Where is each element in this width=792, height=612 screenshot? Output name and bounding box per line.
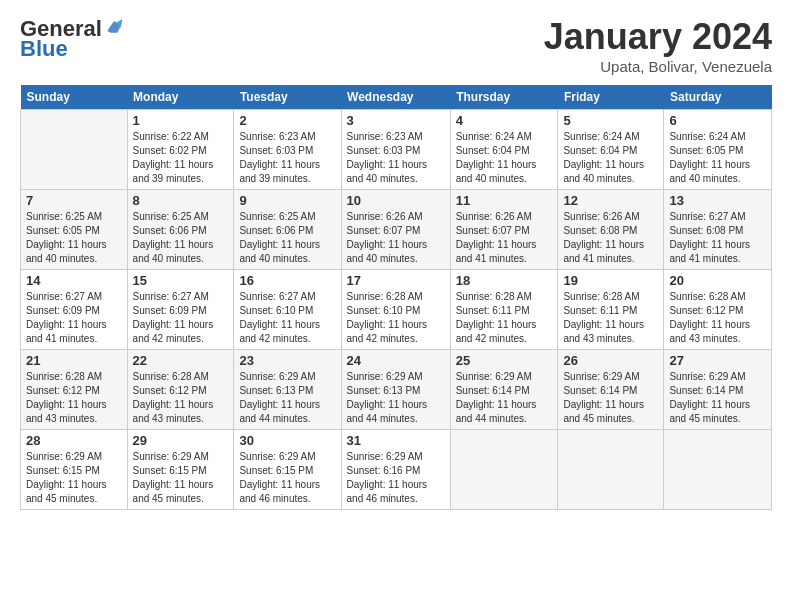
logo-blue-text: Blue xyxy=(20,36,68,62)
day-detail: Sunrise: 6:26 AMSunset: 6:07 PMDaylight:… xyxy=(456,210,553,266)
header: General Blue January 2024 Upata, Bolivar… xyxy=(20,16,772,75)
day-number: 1 xyxy=(133,113,229,128)
day-number: 12 xyxy=(563,193,658,208)
day-detail: Sunrise: 6:27 AMSunset: 6:09 PMDaylight:… xyxy=(26,290,122,346)
header-cell-monday: Monday xyxy=(127,85,234,110)
day-detail: Sunrise: 6:27 AMSunset: 6:10 PMDaylight:… xyxy=(239,290,335,346)
day-detail: Sunrise: 6:26 AMSunset: 6:07 PMDaylight:… xyxy=(347,210,445,266)
day-detail: Sunrise: 6:28 AMSunset: 6:11 PMDaylight:… xyxy=(456,290,553,346)
day-cell xyxy=(450,430,558,510)
day-cell xyxy=(664,430,772,510)
day-cell: 20Sunrise: 6:28 AMSunset: 6:12 PMDayligh… xyxy=(664,270,772,350)
day-detail: Sunrise: 6:27 AMSunset: 6:08 PMDaylight:… xyxy=(669,210,766,266)
day-number: 6 xyxy=(669,113,766,128)
day-detail: Sunrise: 6:28 AMSunset: 6:12 PMDaylight:… xyxy=(133,370,229,426)
day-cell: 13Sunrise: 6:27 AMSunset: 6:08 PMDayligh… xyxy=(664,190,772,270)
day-cell: 30Sunrise: 6:29 AMSunset: 6:15 PMDayligh… xyxy=(234,430,341,510)
day-number: 8 xyxy=(133,193,229,208)
day-detail: Sunrise: 6:24 AMSunset: 6:04 PMDaylight:… xyxy=(563,130,658,186)
day-number: 21 xyxy=(26,353,122,368)
day-number: 13 xyxy=(669,193,766,208)
day-cell: 2Sunrise: 6:23 AMSunset: 6:03 PMDaylight… xyxy=(234,110,341,190)
day-detail: Sunrise: 6:29 AMSunset: 6:13 PMDaylight:… xyxy=(239,370,335,426)
day-cell: 19Sunrise: 6:28 AMSunset: 6:11 PMDayligh… xyxy=(558,270,664,350)
day-number: 28 xyxy=(26,433,122,448)
day-number: 20 xyxy=(669,273,766,288)
day-detail: Sunrise: 6:29 AMSunset: 6:14 PMDaylight:… xyxy=(456,370,553,426)
day-cell xyxy=(558,430,664,510)
day-detail: Sunrise: 6:28 AMSunset: 6:11 PMDaylight:… xyxy=(563,290,658,346)
day-cell: 11Sunrise: 6:26 AMSunset: 6:07 PMDayligh… xyxy=(450,190,558,270)
day-number: 31 xyxy=(347,433,445,448)
header-cell-saturday: Saturday xyxy=(664,85,772,110)
day-cell: 25Sunrise: 6:29 AMSunset: 6:14 PMDayligh… xyxy=(450,350,558,430)
week-row-1: 1Sunrise: 6:22 AMSunset: 6:02 PMDaylight… xyxy=(21,110,772,190)
day-detail: Sunrise: 6:29 AMSunset: 6:15 PMDaylight:… xyxy=(239,450,335,506)
day-number: 22 xyxy=(133,353,229,368)
day-cell: 28Sunrise: 6:29 AMSunset: 6:15 PMDayligh… xyxy=(21,430,128,510)
header-cell-friday: Friday xyxy=(558,85,664,110)
day-cell: 3Sunrise: 6:23 AMSunset: 6:03 PMDaylight… xyxy=(341,110,450,190)
day-cell: 5Sunrise: 6:24 AMSunset: 6:04 PMDaylight… xyxy=(558,110,664,190)
day-cell: 15Sunrise: 6:27 AMSunset: 6:09 PMDayligh… xyxy=(127,270,234,350)
week-row-5: 28Sunrise: 6:29 AMSunset: 6:15 PMDayligh… xyxy=(21,430,772,510)
day-detail: Sunrise: 6:28 AMSunset: 6:10 PMDaylight:… xyxy=(347,290,445,346)
day-number: 5 xyxy=(563,113,658,128)
day-detail: Sunrise: 6:25 AMSunset: 6:06 PMDaylight:… xyxy=(133,210,229,266)
header-cell-wednesday: Wednesday xyxy=(341,85,450,110)
day-cell: 27Sunrise: 6:29 AMSunset: 6:14 PMDayligh… xyxy=(664,350,772,430)
day-cell: 12Sunrise: 6:26 AMSunset: 6:08 PMDayligh… xyxy=(558,190,664,270)
day-cell: 16Sunrise: 6:27 AMSunset: 6:10 PMDayligh… xyxy=(234,270,341,350)
day-detail: Sunrise: 6:24 AMSunset: 6:04 PMDaylight:… xyxy=(456,130,553,186)
day-cell: 8Sunrise: 6:25 AMSunset: 6:06 PMDaylight… xyxy=(127,190,234,270)
day-number: 3 xyxy=(347,113,445,128)
header-cell-thursday: Thursday xyxy=(450,85,558,110)
day-cell: 21Sunrise: 6:28 AMSunset: 6:12 PMDayligh… xyxy=(21,350,128,430)
logo-icon xyxy=(104,16,124,36)
header-cell-sunday: Sunday xyxy=(21,85,128,110)
day-cell: 4Sunrise: 6:24 AMSunset: 6:04 PMDaylight… xyxy=(450,110,558,190)
calendar-page: General Blue January 2024 Upata, Bolivar… xyxy=(0,0,792,612)
day-detail: Sunrise: 6:26 AMSunset: 6:08 PMDaylight:… xyxy=(563,210,658,266)
day-number: 11 xyxy=(456,193,553,208)
day-detail: Sunrise: 6:29 AMSunset: 6:14 PMDaylight:… xyxy=(669,370,766,426)
day-detail: Sunrise: 6:29 AMSunset: 6:16 PMDaylight:… xyxy=(347,450,445,506)
day-cell: 24Sunrise: 6:29 AMSunset: 6:13 PMDayligh… xyxy=(341,350,450,430)
day-detail: Sunrise: 6:24 AMSunset: 6:05 PMDaylight:… xyxy=(669,130,766,186)
day-cell: 31Sunrise: 6:29 AMSunset: 6:16 PMDayligh… xyxy=(341,430,450,510)
day-number: 26 xyxy=(563,353,658,368)
day-number: 18 xyxy=(456,273,553,288)
day-cell: 18Sunrise: 6:28 AMSunset: 6:11 PMDayligh… xyxy=(450,270,558,350)
week-row-3: 14Sunrise: 6:27 AMSunset: 6:09 PMDayligh… xyxy=(21,270,772,350)
day-number: 7 xyxy=(26,193,122,208)
day-detail: Sunrise: 6:29 AMSunset: 6:13 PMDaylight:… xyxy=(347,370,445,426)
day-number: 27 xyxy=(669,353,766,368)
day-number: 9 xyxy=(239,193,335,208)
day-number: 24 xyxy=(347,353,445,368)
day-number: 19 xyxy=(563,273,658,288)
day-detail: Sunrise: 6:23 AMSunset: 6:03 PMDaylight:… xyxy=(347,130,445,186)
day-cell: 14Sunrise: 6:27 AMSunset: 6:09 PMDayligh… xyxy=(21,270,128,350)
week-row-4: 21Sunrise: 6:28 AMSunset: 6:12 PMDayligh… xyxy=(21,350,772,430)
day-cell: 6Sunrise: 6:24 AMSunset: 6:05 PMDaylight… xyxy=(664,110,772,190)
header-row: SundayMondayTuesdayWednesdayThursdayFrid… xyxy=(21,85,772,110)
day-number: 16 xyxy=(239,273,335,288)
day-number: 23 xyxy=(239,353,335,368)
day-detail: Sunrise: 6:25 AMSunset: 6:06 PMDaylight:… xyxy=(239,210,335,266)
day-number: 30 xyxy=(239,433,335,448)
day-cell: 29Sunrise: 6:29 AMSunset: 6:15 PMDayligh… xyxy=(127,430,234,510)
day-number: 25 xyxy=(456,353,553,368)
day-detail: Sunrise: 6:29 AMSunset: 6:14 PMDaylight:… xyxy=(563,370,658,426)
day-detail: Sunrise: 6:23 AMSunset: 6:03 PMDaylight:… xyxy=(239,130,335,186)
day-number: 10 xyxy=(347,193,445,208)
day-cell: 1Sunrise: 6:22 AMSunset: 6:02 PMDaylight… xyxy=(127,110,234,190)
day-cell: 7Sunrise: 6:25 AMSunset: 6:05 PMDaylight… xyxy=(21,190,128,270)
day-number: 2 xyxy=(239,113,335,128)
calendar-subtitle: Upata, Bolivar, Venezuela xyxy=(544,58,772,75)
logo: General Blue xyxy=(20,16,124,62)
day-detail: Sunrise: 6:28 AMSunset: 6:12 PMDaylight:… xyxy=(26,370,122,426)
day-cell: 9Sunrise: 6:25 AMSunset: 6:06 PMDaylight… xyxy=(234,190,341,270)
day-number: 14 xyxy=(26,273,122,288)
week-row-2: 7Sunrise: 6:25 AMSunset: 6:05 PMDaylight… xyxy=(21,190,772,270)
day-cell: 26Sunrise: 6:29 AMSunset: 6:14 PMDayligh… xyxy=(558,350,664,430)
